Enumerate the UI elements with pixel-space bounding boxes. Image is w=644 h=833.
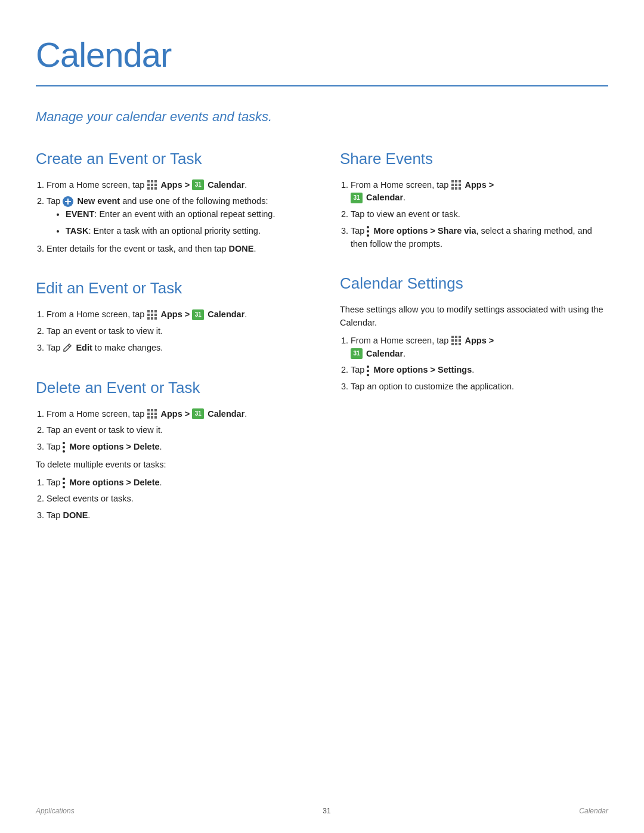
new-event-label: New event bbox=[77, 196, 120, 206]
event-keyword: EVENT bbox=[66, 209, 94, 219]
settings-steps-list: From a Home screen, tap bbox=[351, 335, 608, 394]
list-item: Tap an event or task to view it. bbox=[47, 325, 304, 338]
apps-label: Apps > bbox=[160, 180, 190, 190]
list-item: Tap an event or task to view it. bbox=[47, 424, 304, 437]
svg-rect-2 bbox=[154, 180, 157, 182]
svg-rect-38 bbox=[459, 336, 461, 338]
page-title: Calendar bbox=[36, 29, 608, 80]
calendar-label: Calendar bbox=[208, 409, 244, 419]
svg-rect-15 bbox=[147, 317, 150, 320]
svg-rect-20 bbox=[154, 409, 157, 411]
delete-steps-list: From a Home screen, tap bbox=[47, 408, 304, 454]
list-item: From a Home screen, tap bbox=[47, 408, 304, 421]
footer-right: Calendar bbox=[579, 806, 608, 816]
share-steps-list: From a Home screen, tap bbox=[351, 179, 608, 251]
edit-steps-list: From a Home screen, tap bbox=[47, 308, 304, 354]
list-item: From a Home screen, tap bbox=[47, 308, 304, 321]
svg-rect-42 bbox=[451, 343, 454, 345]
calendar-label: Calendar bbox=[208, 180, 244, 190]
list-item: Tap DONE. bbox=[47, 509, 304, 522]
settings-section-title: Calendar Settings bbox=[340, 272, 608, 295]
calendar-label: Calendar bbox=[366, 193, 403, 202]
list-item: Tap an option to customize the applicati… bbox=[351, 380, 608, 394]
title-divider bbox=[36, 85, 608, 86]
calendar-badge: 31 bbox=[351, 348, 363, 359]
calendar-badge: 31 bbox=[192, 408, 204, 419]
content-columns: Create an Event or Task From a Home scre… bbox=[36, 147, 608, 544]
list-item: EVENT: Enter an event with an optional r… bbox=[66, 208, 304, 221]
list-item: Tap to view an event or task. bbox=[351, 208, 608, 221]
task-keyword: TASK bbox=[66, 226, 88, 236]
svg-rect-18 bbox=[147, 409, 150, 411]
svg-rect-43 bbox=[455, 343, 457, 345]
svg-rect-36 bbox=[451, 336, 454, 338]
list-item: Select events or tasks. bbox=[47, 493, 304, 506]
calendar-badge: 31 bbox=[192, 309, 204, 320]
svg-rect-12 bbox=[147, 314, 150, 316]
svg-rect-4 bbox=[151, 184, 153, 186]
calendar-badge: 31 bbox=[351, 193, 363, 203]
delete-multiple-steps-list: Tap More options > Delete. Select events… bbox=[47, 476, 304, 522]
more-options-icon bbox=[367, 366, 370, 375]
create-section-title: Create an Event or Task bbox=[36, 147, 304, 171]
list-item: Tap More options > Delete. bbox=[47, 441, 304, 454]
share-section: Share Events From a Home screen, tap bbox=[340, 147, 608, 251]
calendar-badge: 31 bbox=[192, 179, 204, 190]
more-options-icon bbox=[63, 478, 66, 487]
svg-rect-33 bbox=[451, 187, 454, 190]
svg-rect-9 bbox=[147, 310, 150, 312]
apps-icon bbox=[451, 335, 462, 346]
list-item: TASK: Enter a task with an optional prio… bbox=[66, 225, 304, 238]
svg-rect-26 bbox=[154, 416, 157, 419]
svg-rect-7 bbox=[151, 187, 153, 190]
svg-rect-16 bbox=[151, 317, 153, 320]
list-item: Tap More options > Settings. bbox=[351, 364, 608, 377]
svg-rect-25 bbox=[151, 416, 153, 419]
footer: Applications 31 Calendar bbox=[0, 806, 644, 816]
footer-left: Applications bbox=[36, 806, 75, 816]
done-label2: DONE bbox=[63, 510, 88, 520]
svg-rect-14 bbox=[154, 314, 157, 316]
apps-icon bbox=[451, 179, 462, 190]
list-item: From a Home screen, tap bbox=[351, 179, 608, 205]
right-column: Share Events From a Home screen, tap bbox=[340, 147, 608, 544]
settings-intro: These settings allow you to modify setti… bbox=[340, 304, 608, 330]
svg-rect-19 bbox=[151, 409, 153, 411]
apps-label: Apps > bbox=[465, 336, 494, 345]
settings-section: Calendar Settings These settings allow y… bbox=[340, 272, 608, 394]
svg-rect-37 bbox=[455, 336, 457, 338]
edit-section: Edit an Event or Task From a Home screen… bbox=[36, 277, 304, 354]
svg-rect-5 bbox=[154, 184, 157, 186]
list-item: From a Home screen, tap bbox=[351, 335, 608, 361]
svg-rect-0 bbox=[147, 180, 150, 182]
delete-section-title: Delete an Event or Task bbox=[36, 376, 304, 400]
delete-section: Delete an Event or Task From a Home scre… bbox=[36, 376, 304, 522]
svg-rect-24 bbox=[147, 416, 150, 419]
new-event-plus-icon bbox=[63, 196, 73, 207]
svg-rect-1 bbox=[151, 180, 153, 182]
event-types-list: EVENT: Enter an event with an optional r… bbox=[66, 208, 304, 238]
apps-icon bbox=[147, 309, 157, 320]
svg-rect-35 bbox=[459, 187, 461, 190]
create-section: Create an Event or Task From a Home scre… bbox=[36, 147, 304, 256]
svg-rect-11 bbox=[154, 310, 157, 312]
left-column: Create an Event or Task From a Home scre… bbox=[36, 147, 304, 544]
delete-multiple-intro: To delete multiple events or tasks: bbox=[36, 459, 304, 472]
share-section-title: Share Events bbox=[340, 147, 608, 171]
calendar-label: Calendar bbox=[366, 349, 403, 358]
share-via-label: More options > Share via bbox=[373, 226, 476, 236]
svg-rect-27 bbox=[451, 180, 454, 182]
svg-rect-34 bbox=[455, 187, 457, 190]
apps-label: Apps > bbox=[465, 180, 494, 190]
edit-section-title: Edit an Event or Task bbox=[36, 277, 304, 300]
svg-rect-39 bbox=[451, 339, 454, 342]
list-item: Tap More options > Delete. bbox=[47, 476, 304, 490]
apps-icon bbox=[147, 179, 157, 190]
create-steps-list: From a Home screen, tap bbox=[47, 179, 304, 256]
list-item: Enter details for the event or task, and… bbox=[47, 243, 304, 256]
edit-label: Edit bbox=[76, 343, 92, 352]
svg-rect-44 bbox=[459, 343, 461, 345]
svg-rect-8 bbox=[154, 187, 157, 190]
footer-center: 31 bbox=[323, 806, 330, 816]
svg-rect-3 bbox=[147, 184, 150, 186]
